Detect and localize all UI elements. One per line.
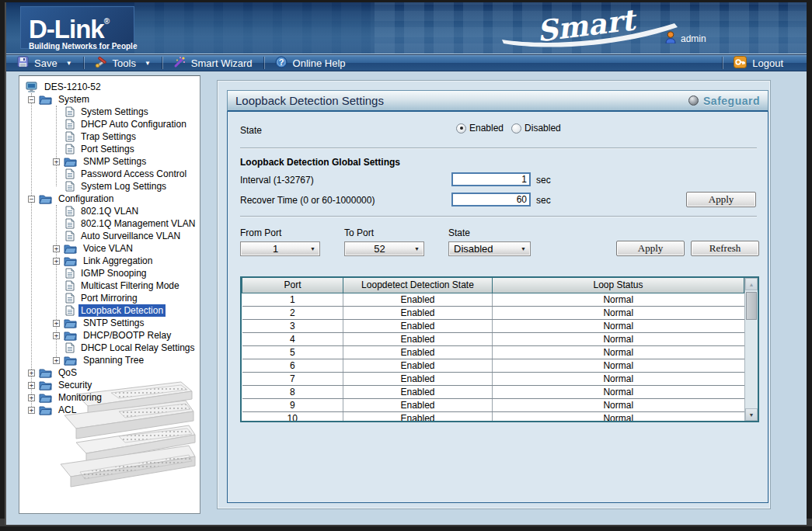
refresh-button[interactable]: Refresh — [691, 241, 759, 256]
port-state-select[interactable]: Disabled ▼ — [448, 241, 531, 256]
recover-time-label: Recover Time (0 or 60-1000000) — [240, 195, 375, 206]
tree-expander-icon[interactable]: + — [28, 407, 35, 414]
tree-item-dhcp-bootp-relay[interactable]: +DHCP/BOOTP Relay — [19, 329, 200, 342]
tree-item-label[interactable]: 802.1Q VLAN — [78, 205, 141, 217]
apply-global-button[interactable]: Apply — [686, 192, 756, 207]
table-cell: Normal — [493, 411, 744, 422]
tree-item-label[interactable]: Spanning Tree — [81, 354, 146, 366]
tree-item-voice-vlan[interactable]: +Voice VLAN — [19, 242, 200, 255]
chevron-down-icon: ▼ — [66, 60, 72, 67]
tree-item-system-settings[interactable]: System Settings — [19, 106, 200, 118]
state-enabled-option[interactable]: Enabled — [456, 123, 504, 134]
state-disabled-label: Disabled — [524, 123, 561, 134]
tree-item-system[interactable]: −System — [19, 93, 200, 106]
tree-item-loopback-detection[interactable]: Loopback Detection — [19, 304, 200, 317]
tree-item-label[interactable]: Loopback Detection — [78, 304, 166, 317]
tree-item-label[interactable]: Trap Settings — [78, 130, 138, 143]
tree-expander-icon[interactable]: + — [53, 158, 60, 165]
radio-button-icon[interactable] — [456, 123, 466, 134]
tree-item-igmp-snooping[interactable]: IGMP Snooping — [19, 267, 200, 279]
smart-wizard-button[interactable]: Smart Wizard — [162, 55, 263, 71]
tree-item-label[interactable]: DES-1210-52 — [42, 81, 103, 93]
table-scrollbar[interactable]: ▲ ▼ — [744, 278, 758, 421]
online-help-label: Online Help — [293, 57, 346, 69]
apply-port-button[interactable]: Apply — [616, 241, 685, 256]
tree-item-port-mirroring[interactable]: Port Mirroring — [19, 292, 200, 304]
tree-item-label[interactable]: Multicast Filtering Mode — [78, 279, 182, 292]
to-port-value: 52 — [345, 243, 414, 255]
tree-expander-icon[interactable]: + — [53, 357, 60, 364]
tree-item-snmp-settings[interactable]: +SNMP Settings — [19, 155, 200, 168]
tree-expander-icon[interactable]: − — [28, 96, 35, 103]
tree-item-label[interactable]: Monitoring — [56, 391, 104, 404]
document-icon — [65, 280, 75, 291]
tree-item-802-1q-vlan[interactable]: 802.1Q VLAN — [19, 205, 200, 217]
tree-expander-icon[interactable]: + — [53, 332, 60, 339]
tree-expander-icon[interactable]: + — [28, 370, 35, 377]
scroll-down-icon[interactable]: ▼ — [745, 408, 758, 421]
tree-item-label[interactable]: DHCP Auto Configuration — [78, 118, 189, 130]
document-icon — [65, 218, 75, 229]
tree-item-multicast-filtering-mode[interactable]: Multicast Filtering Mode — [19, 279, 200, 292]
tree-item-des-1210-52[interactable]: DES-1210-52 — [19, 81, 200, 93]
tree-item-label[interactable]: Configuration — [56, 193, 116, 205]
page-title: Loopback Detection Settings — [228, 94, 384, 107]
from-port-select[interactable]: 1 ▼ — [240, 241, 320, 256]
tree-item-label[interactable]: DHCP Local Relay Settings — [78, 342, 197, 354]
tree-expander-icon[interactable]: + — [28, 394, 35, 401]
radio-button-icon[interactable] — [511, 123, 521, 134]
tree-item-system-log-settings[interactable]: System Log Settings — [19, 180, 200, 193]
tree-item-label[interactable]: Auto Surveillance VLAN — [78, 230, 183, 242]
tree-item-label[interactable]: System Log Settings — [78, 180, 169, 193]
scroll-up-icon[interactable]: ▲ — [745, 278, 758, 290]
tree-expander-icon[interactable]: − — [28, 196, 35, 203]
state-disabled-option[interactable]: Disabled — [511, 123, 561, 134]
tree-item-label[interactable]: Security — [56, 379, 94, 391]
tree-item-label[interactable]: 802.1Q Management VLAN — [78, 217, 197, 230]
tree-item-label[interactable]: ACL — [56, 404, 78, 416]
recover-time-input[interactable] — [451, 193, 531, 206]
tree-item-security[interactable]: +Security — [19, 379, 200, 391]
save-menu[interactable]: Save ▼ — [6, 55, 83, 71]
tree-item-spanning-tree[interactable]: +Spanning Tree — [19, 354, 200, 366]
tree-item-dhcp-local-relay-settings[interactable]: DHCP Local Relay Settings — [19, 342, 200, 354]
tree-item-label[interactable]: SNTP Settings — [81, 317, 146, 329]
online-help-button[interactable]: ? Online Help — [264, 55, 357, 71]
tree-item-password-access-control[interactable]: Password Access Control — [19, 168, 200, 180]
scrollbar-thumb[interactable] — [746, 292, 757, 320]
tree-item-label[interactable]: QoS — [56, 366, 79, 379]
tree-item-sntp-settings[interactable]: +SNTP Settings — [19, 317, 200, 329]
tree-item-label[interactable]: SNMP Settings — [81, 155, 148, 168]
tree-item-label[interactable]: Password Access Control — [78, 168, 189, 180]
tree-item-qos[interactable]: +QoS — [19, 366, 200, 379]
tree-expander-icon[interactable]: + — [53, 320, 60, 327]
tree-item-label[interactable]: System Settings — [78, 106, 151, 118]
tree-item-label[interactable]: Voice VLAN — [81, 242, 135, 255]
tree-item-acl[interactable]: +ACL — [19, 404, 200, 416]
tree-item-dhcp-auto-configuration[interactable]: DHCP Auto Configuration — [19, 118, 200, 130]
tree-item-label[interactable]: IGMP Snooping — [78, 267, 149, 279]
tree-item-monitoring[interactable]: +Monitoring — [19, 391, 200, 404]
tree-item-802-1q-management-vlan[interactable]: 802.1Q Management VLAN — [19, 217, 200, 230]
interval-input[interactable] — [451, 172, 531, 186]
table-cell: Enabled — [343, 359, 493, 372]
tree-expander-icon[interactable]: + — [53, 245, 60, 252]
global-settings-heading: Loopback Detection Global Settings — [240, 157, 400, 168]
tree-item-port-settings[interactable]: Port Settings — [19, 143, 200, 155]
tree-item-configuration[interactable]: −Configuration — [19, 193, 200, 205]
tree-expander-icon[interactable]: + — [53, 258, 60, 265]
tools-menu[interactable]: Tools ▼ — [84, 55, 162, 71]
tree-item-trap-settings[interactable]: Trap Settings — [19, 130, 200, 143]
table-cell: 10 — [242, 411, 343, 422]
tree-item-auto-surveillance-vlan[interactable]: Auto Surveillance VLAN — [19, 230, 200, 242]
logout-button[interactable]: Logout — [723, 55, 807, 71]
tools-label: Tools — [113, 57, 136, 69]
tree-item-label[interactable]: System — [56, 93, 92, 106]
to-port-select[interactable]: 52 ▼ — [344, 241, 424, 256]
tree-expander-icon[interactable]: + — [28, 382, 35, 389]
tree-item-link-aggregation[interactable]: +Link Aggregation — [19, 255, 200, 267]
tree-item-label[interactable]: Port Settings — [78, 143, 137, 155]
tree-item-label[interactable]: Port Mirroring — [78, 292, 140, 304]
tree-item-label[interactable]: Link Aggregation — [81, 255, 155, 267]
tree-item-label[interactable]: DHCP/BOOTP Relay — [81, 329, 173, 342]
